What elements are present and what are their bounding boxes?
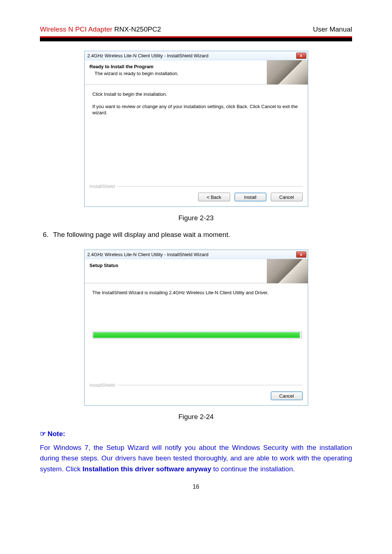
progress-bar xyxy=(93,332,302,338)
progress-fill xyxy=(93,332,300,338)
brand-line: InstallShield xyxy=(90,184,303,189)
dialog-title: 2.4GHz Wireless Lite-N Client Utility - … xyxy=(87,53,209,58)
dialog-banner-image xyxy=(267,259,308,283)
dialog-header-text: Setup Status xyxy=(85,259,267,283)
divider-black xyxy=(40,38,352,41)
install-wizard-dialog-status: 2.4GHz Wireless Lite-N Client Utility - … xyxy=(84,250,308,406)
dialog-footer: InstallShield < Back Install Cancel xyxy=(85,180,308,206)
page-number: 16 xyxy=(40,484,352,490)
install-button[interactable]: Install xyxy=(234,193,266,201)
dialog-text-line1: Click Install to begin the installation. xyxy=(93,91,302,98)
dialog-header-text: Ready to Install the Program The wizard … xyxy=(85,60,267,84)
note-text-post: to continue the installation. xyxy=(211,465,295,473)
brand-line: InstallShield xyxy=(90,382,303,388)
back-button[interactable]: < Back xyxy=(198,193,230,201)
step-text: The following page will display and plea… xyxy=(53,231,352,239)
dialog-titlebar: 2.4GHz Wireless Lite-N Client Utility - … xyxy=(85,250,308,259)
dialog-subheading: The wizard is ready to begin installatio… xyxy=(90,71,262,76)
dialog-header: Setup Status xyxy=(85,259,308,283)
dialog-body: Click Install to begin the installation.… xyxy=(85,85,308,180)
cancel-button[interactable]: Cancel xyxy=(271,391,303,400)
figure-caption-1: Figure 2-23 xyxy=(40,214,352,222)
step-number: 6. xyxy=(40,231,53,239)
pointing-hand-icon: ☞ xyxy=(40,430,46,438)
brand-text: InstallShield xyxy=(90,184,117,189)
dialog-text-line1: The InstallShield Wizard is installing 2… xyxy=(93,290,302,295)
close-icon[interactable]: x xyxy=(296,251,306,258)
model-number: RNX-N250PC2 xyxy=(113,25,161,33)
dialog-header: Ready to Install the Program The wizard … xyxy=(85,60,308,85)
button-row: < Back Install Cancel xyxy=(90,193,303,201)
install-wizard-dialog-ready: 2.4GHz Wireless Lite-N Client Utility - … xyxy=(84,51,308,207)
note-body: For Windows 7, the Setup Wizard will not… xyxy=(40,442,352,474)
product-name: Wireless N PCI Adapter xyxy=(40,25,113,33)
manual-label: User Manual xyxy=(313,25,352,33)
brand-divider xyxy=(117,385,303,385)
brand-text: InstallShield xyxy=(90,382,117,388)
page-header: Wireless N PCI Adapter RNX-N250PC2 User … xyxy=(40,25,352,33)
cancel-button[interactable]: Cancel xyxy=(271,193,303,201)
dialog-text-line2: If you want to review or change any of y… xyxy=(93,103,302,116)
dialog-title: 2.4GHz Wireless Lite-N Client Utility - … xyxy=(87,252,209,257)
dialog-heading: Ready to Install the Program xyxy=(90,64,262,69)
step-6: 6. The following page will display and p… xyxy=(40,231,352,239)
note-label: Note: xyxy=(48,430,65,438)
header-product-model: Wireless N PCI Adapter RNX-N250PC2 xyxy=(40,25,161,33)
dialog-body: The InstallShield Wizard is installing 2… xyxy=(85,283,308,379)
dialog-footer: InstallShield Cancel xyxy=(85,379,308,405)
dialog-titlebar: 2.4GHz Wireless Lite-N Client Utility - … xyxy=(85,51,308,60)
note-heading: ☞Note: xyxy=(40,430,352,438)
dialog-heading: Setup Status xyxy=(90,263,262,268)
figure-caption-2: Figure 2-24 xyxy=(40,413,352,421)
close-icon[interactable]: x xyxy=(296,53,306,59)
dialog-banner-image xyxy=(267,60,308,85)
button-row: Cancel xyxy=(90,391,303,400)
brand-divider xyxy=(117,186,303,186)
note-text-bold: Installation this driver software anyway xyxy=(82,465,211,473)
